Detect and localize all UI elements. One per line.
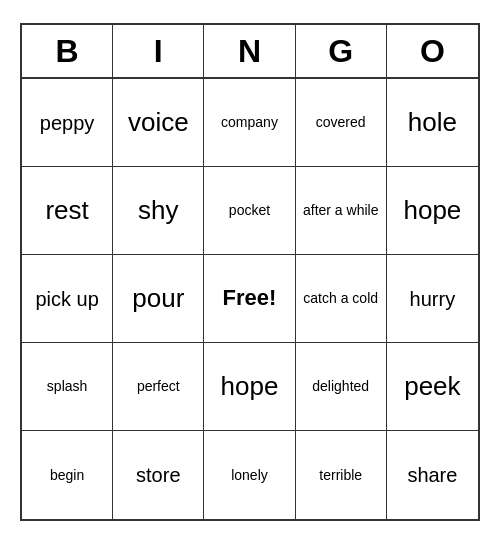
cell-text: peppy	[40, 111, 95, 135]
bingo-cell: rest	[22, 167, 113, 255]
cell-text: share	[407, 463, 457, 487]
bingo-cell: pick up	[22, 255, 113, 343]
bingo-cell: delighted	[296, 343, 387, 431]
bingo-cell: hope	[204, 343, 295, 431]
cell-text: catch a cold	[303, 290, 378, 307]
cell-text: pocket	[229, 202, 270, 219]
cell-text: peek	[404, 371, 460, 402]
bingo-cell: shy	[113, 167, 204, 255]
cell-text: begin	[50, 467, 84, 484]
header-letter: G	[296, 25, 387, 77]
bingo-card: BINGO peppyvoicecompanycoveredholerestsh…	[20, 23, 480, 521]
bingo-cell: peek	[387, 343, 478, 431]
bingo-cell: store	[113, 431, 204, 519]
bingo-cell: Free!	[204, 255, 295, 343]
bingo-cell: share	[387, 431, 478, 519]
cell-text: splash	[47, 378, 87, 395]
bingo-cell: pour	[113, 255, 204, 343]
bingo-cell: hope	[387, 167, 478, 255]
cell-text: company	[221, 114, 278, 131]
cell-text: lonely	[231, 467, 268, 484]
header-letter: N	[204, 25, 295, 77]
cell-text: covered	[316, 114, 366, 131]
bingo-cell: hurry	[387, 255, 478, 343]
cell-text: store	[136, 463, 180, 487]
bingo-cell: catch a cold	[296, 255, 387, 343]
cell-text: terrible	[319, 467, 362, 484]
bingo-cell: terrible	[296, 431, 387, 519]
cell-text: Free!	[223, 285, 277, 311]
header-letter: B	[22, 25, 113, 77]
bingo-cell: splash	[22, 343, 113, 431]
bingo-cell: lonely	[204, 431, 295, 519]
bingo-cell: hole	[387, 79, 478, 167]
cell-text: delighted	[312, 378, 369, 395]
cell-text: hole	[408, 107, 457, 138]
bingo-header: BINGO	[22, 25, 478, 79]
cell-text: perfect	[137, 378, 180, 395]
header-letter: O	[387, 25, 478, 77]
cell-text: voice	[128, 107, 189, 138]
cell-text: after a while	[303, 202, 378, 219]
cell-text: rest	[45, 195, 88, 226]
bingo-cell: begin	[22, 431, 113, 519]
header-letter: I	[113, 25, 204, 77]
cell-text: hope	[403, 195, 461, 226]
bingo-cell: after a while	[296, 167, 387, 255]
bingo-cell: covered	[296, 79, 387, 167]
cell-text: pick up	[35, 287, 98, 311]
bingo-cell: peppy	[22, 79, 113, 167]
cell-text: hope	[221, 371, 279, 402]
cell-text: pour	[132, 283, 184, 314]
bingo-cell: company	[204, 79, 295, 167]
cell-text: hurry	[410, 287, 456, 311]
bingo-cell: perfect	[113, 343, 204, 431]
bingo-grid: peppyvoicecompanycoveredholerestshypocke…	[22, 79, 478, 519]
bingo-cell: voice	[113, 79, 204, 167]
cell-text: shy	[138, 195, 178, 226]
bingo-cell: pocket	[204, 167, 295, 255]
